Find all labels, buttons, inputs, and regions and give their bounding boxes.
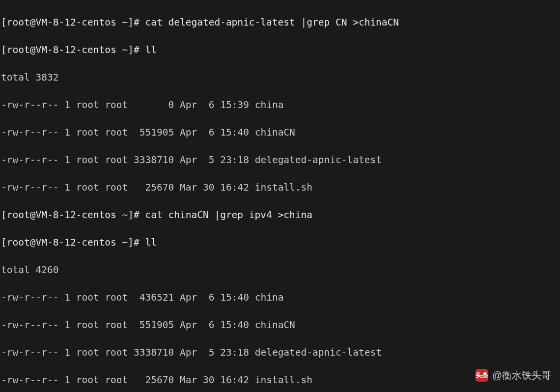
line-cmd-catgrepipv4: [root@VM-8-12-centos ~]# cat chinaCN |gr… — [1, 208, 399, 222]
ll2-total: total 4260 — [1, 263, 399, 277]
ll1-row: -rw-r--r-- 1 root root 25670 Mar 30 16:4… — [1, 181, 399, 195]
ll2-row: -rw-r--r-- 1 root root 551905 Apr 6 15:4… — [1, 318, 399, 332]
terminal[interactable]: [root@VM-8-12-centos ~]# cat delegated-a… — [1, 2, 399, 392]
cmd-text: ll — [145, 44, 157, 56]
ll1-row: -rw-r--r-- 1 root root 0 Apr 6 15:39 chi… — [1, 98, 399, 112]
watermark: 头条 @衡水铁头哥 — [476, 368, 551, 382]
line-cmd-catgrepcn: [root@VM-8-12-centos ~]# cat delegated-a… — [1, 16, 399, 29]
prompt: [root@VM-8-12-centos ~]# — [1, 44, 140, 56]
ll1-total: total 3832 — [1, 71, 399, 84]
ll2-row: -rw-r--r-- 1 root root 436521 Apr 6 15:4… — [1, 291, 399, 305]
cmd-text: ll — [145, 237, 157, 248]
ll1-row: -rw-r--r-- 1 root root 551905 Apr 6 15:4… — [1, 126, 399, 140]
cmd-text: cat delegated-apnic-latest |grep CN >chi… — [145, 17, 399, 28]
line-cmd-ll2: [root@VM-8-12-centos ~]# ll — [1, 236, 399, 250]
line-cmd-ll1: [root@VM-8-12-centos ~]# ll — [1, 43, 399, 57]
prompt: [root@VM-8-12-centos ~]# — [1, 209, 140, 221]
ll1-row: -rw-r--r-- 1 root root 3338710 Apr 5 23:… — [1, 153, 399, 167]
prompt: [root@VM-8-12-centos ~]# — [1, 17, 140, 28]
cmd-text: cat chinaCN |grep ipv4 >china — [145, 209, 312, 221]
ll2-row: -rw-r--r-- 1 root root 25670 Mar 30 16:4… — [1, 373, 399, 387]
watermark-author: @衡水铁头哥 — [492, 368, 551, 382]
ll2-row: -rw-r--r-- 1 root root 3338710 Apr 5 23:… — [1, 346, 399, 360]
toutiao-logo-icon: 头条 — [476, 369, 488, 382]
prompt: [root@VM-8-12-centos ~]# — [1, 237, 140, 248]
